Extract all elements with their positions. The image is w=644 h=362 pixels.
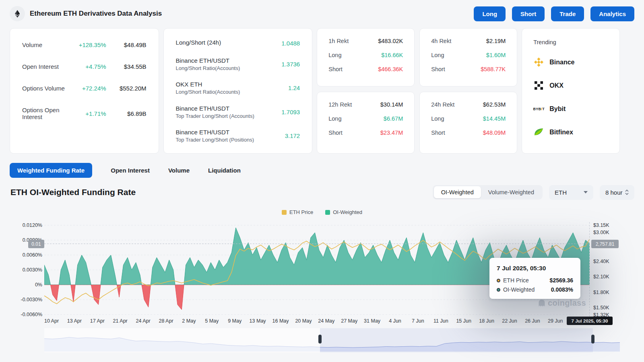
trending-item-bybit[interactable]: BYBIT Bybit xyxy=(533,103,608,114)
rekt-total: $483.02K xyxy=(378,38,403,44)
page-title: Ethereum ETH Derivatives Data Analysis xyxy=(30,10,162,18)
trending-item-label: Binance xyxy=(549,59,574,66)
tooltip-row-eth-price: ETH Price $2569.36 xyxy=(497,277,573,284)
y-axis-label: $2.40K xyxy=(593,259,609,264)
long-short-ratios-card: Long/Short (24h) 1.0488 Binance ETH/USDT… xyxy=(163,28,313,154)
y-axis-label: -0.0030% xyxy=(0,297,42,302)
ratio-value: 1.7093 xyxy=(281,109,300,115)
stat-change: +72.24% xyxy=(69,85,106,92)
stat-label: Options Open Interest xyxy=(22,107,69,120)
trending-item-okx[interactable]: OKX xyxy=(533,80,608,91)
rekt-card-4h: 4h Rekt$2.19M Long$1.60M Short$588.77K xyxy=(419,28,517,86)
ratio-row: Binance ETH/USDTLong/Short Ratio(Account… xyxy=(176,57,300,71)
ratio-row: OKX ETHLong/Short Ratio(Accounts) 1.24 xyxy=(176,81,300,95)
ratio-row: Binance ETH/USDTTop Trader Long/Short (A… xyxy=(176,105,300,119)
current-price-badge: 2,757.81 xyxy=(591,240,619,248)
eth-price-swatch xyxy=(282,210,287,215)
binance-logo-icon xyxy=(533,57,544,68)
stat-label: Volume xyxy=(22,41,69,48)
stat-row-options-open-interest: Options Open Interest +1.71% $6.89B xyxy=(22,107,147,120)
rekt-title: 12h Rekt xyxy=(328,101,352,108)
stat-row-options-volume: Options Volume +72.24% $552.20M xyxy=(22,85,147,92)
tooltip-label: OI-Weighted xyxy=(503,286,551,293)
symbol-select[interactable]: ETH xyxy=(549,185,593,200)
rekt-long-value: $1.60M xyxy=(486,52,506,58)
rekt-long-label: Long xyxy=(328,52,341,58)
rekt-short-label: Short xyxy=(431,130,445,136)
trending-item-bitfinex[interactable]: Bitfinex xyxy=(533,127,608,138)
ratio-sublabel: Top Trader Long/Short (Positions) xyxy=(176,137,285,143)
rekt-long-value: $6.67M xyxy=(384,115,403,122)
ratio-label: Binance ETH/USDT xyxy=(176,129,285,136)
tab-liquidation[interactable]: Liquidation xyxy=(208,167,241,174)
chart-legend: ETH Price OI-Weighted xyxy=(0,209,644,215)
tab-weighted-funding-rate[interactable]: Weighted Funding Rate xyxy=(10,163,92,178)
trending-item-label: OKX xyxy=(549,82,564,89)
ratio-label: Binance ETH/USDT xyxy=(176,57,282,64)
coinglass-ghost-icon xyxy=(538,299,546,307)
rekt-short-value: $48.09M xyxy=(483,130,506,136)
chart-tabs: Weighted Funding Rate Open Interest Volu… xyxy=(10,163,241,178)
navigator-handle-right[interactable] xyxy=(591,335,594,343)
chart-navigator[interactable] xyxy=(44,328,620,352)
tab-volume[interactable]: Volume xyxy=(168,167,190,174)
stat-change: +128.35% xyxy=(69,41,106,48)
rekt-short-label: Short xyxy=(328,130,343,136)
current-funding-badge: 0.01 xyxy=(28,240,44,248)
y-axis-label: $2.10K xyxy=(593,274,609,280)
y-axis-label: $1.80K xyxy=(593,290,609,295)
analytics-button[interactable]: Analytics xyxy=(590,6,634,21)
stat-value: $48.49B xyxy=(106,41,147,48)
long-button[interactable]: Long xyxy=(474,6,506,21)
ethereum-logo-icon xyxy=(10,6,25,21)
y-axis-label: 0.0030% xyxy=(0,267,42,273)
symbol-select-value: ETH xyxy=(555,189,567,196)
tab-open-interest[interactable]: Open Interest xyxy=(111,167,150,174)
bitfinex-logo-icon xyxy=(533,127,544,138)
trending-item-label: Bybit xyxy=(549,105,566,113)
stats-cards-row: Volume +128.35% $48.49B Open Interest +4… xyxy=(10,28,620,154)
trending-item-binance[interactable]: Binance xyxy=(533,57,608,68)
y-axis-label: -0.0060% xyxy=(0,312,42,317)
y-axis-label: 0.0060% xyxy=(0,252,42,258)
tooltip-value: 0.0083% xyxy=(551,286,573,293)
ratio-sublabel: Long/Short Ratio(Accounts) xyxy=(176,89,288,95)
y-axis-label: 0% xyxy=(0,282,42,288)
liquidation-cards-grid: 1h Rekt$483.02K Long$16.66K Short$466.36… xyxy=(317,28,517,154)
oi-weighted-option[interactable]: OI-Weighted xyxy=(434,186,481,198)
ratio-label: OKX ETH xyxy=(176,81,288,88)
stepper-arrows-icon xyxy=(625,189,629,195)
rekt-total: $62.53M xyxy=(483,101,506,108)
page-header: Ethereum ETH Derivatives Data Analysis L… xyxy=(10,0,634,27)
ratio-value: 1.0488 xyxy=(281,40,300,47)
ratio-value: 1.3736 xyxy=(281,61,300,68)
okx-logo-icon xyxy=(533,80,544,91)
watermark-text: coinglass xyxy=(548,298,586,308)
trending-title: Trending xyxy=(533,39,608,45)
chevron-down-icon xyxy=(584,191,588,193)
volume-weighted-option[interactable]: Volume-Weighted xyxy=(481,186,541,198)
interval-select[interactable]: 8 hour xyxy=(600,185,634,200)
short-button[interactable]: Short xyxy=(512,6,545,21)
trade-button[interactable]: Trade xyxy=(551,6,584,21)
rekt-total: $2.19M xyxy=(486,38,506,44)
ratio-row: Binance ETH/USDTTop Trader Long/Short (P… xyxy=(176,129,300,143)
legend-eth-price[interactable]: ETH Price xyxy=(282,209,313,215)
weighting-toggle: OI-Weighted Volume-Weighted xyxy=(433,185,543,200)
legend-oi-weighted[interactable]: OI-Weighted xyxy=(325,209,362,215)
rekt-total: $30.14M xyxy=(380,101,403,108)
chart-header: ETH OI-Weighted Funding Rate OI-Weighted… xyxy=(10,184,634,200)
stat-row-open-interest: Open Interest +4.75% $34.55B xyxy=(22,63,147,70)
bybit-logo-icon: BYBIT xyxy=(533,103,544,114)
rekt-short-value: $588.77K xyxy=(481,66,506,72)
crosshair-date-badge: 7 Jul 2025, 05:30 xyxy=(567,317,613,325)
rekt-card-24h: 24h Rekt$62.53M Long$14.45M Short$48.09M xyxy=(419,92,517,154)
ratio-label: Long/Short (24h) xyxy=(176,39,282,46)
ratio-sublabel: Long/Short Ratio(Accounts) xyxy=(176,65,282,71)
coinglass-watermark: coinglass xyxy=(538,298,586,308)
rekt-short-label: Short xyxy=(431,66,445,72)
navigator-handle-left[interactable] xyxy=(318,335,322,343)
market-stats-card: Volume +128.35% $48.49B Open Interest +4… xyxy=(10,28,159,154)
ratio-sublabel: Top Trader Long/Short (Accounts) xyxy=(176,113,282,119)
oi-weighted-swatch xyxy=(325,210,330,215)
